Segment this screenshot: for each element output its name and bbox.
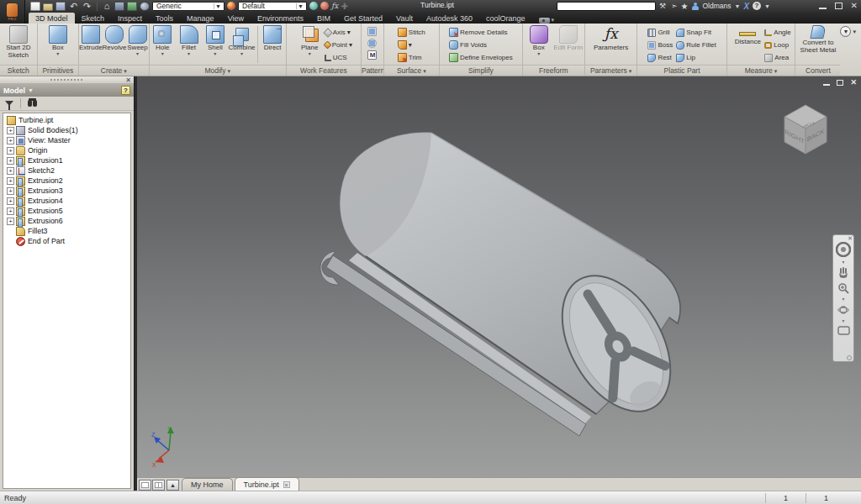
doc-tab-turbine[interactable]: Turbine.ipt ✕ [235, 477, 299, 491]
doc-tab-my-home[interactable]: My Home [182, 478, 233, 491]
new-file-icon[interactable] [30, 2, 40, 11]
expand-icon[interactable]: + [7, 187, 14, 195]
parameters-button[interactable]: Parameters [588, 24, 635, 52]
tile-windows-icon[interactable] [152, 480, 165, 491]
close-button[interactable]: ✕ [851, 1, 858, 11]
rule-fillet-button[interactable]: Rule Fillet [676, 39, 716, 50]
chevron-down-icon[interactable]: ▾ [842, 297, 844, 301]
tree-item-root[interactable]: Turbine.ipt [5, 115, 130, 125]
trim-button[interactable]: Trim [398, 52, 425, 63]
material-browser-icon[interactable] [140, 2, 150, 11]
panel-label-primitives[interactable]: Primitives [38, 65, 78, 76]
loop-button[interactable]: Loop [764, 39, 790, 50]
expand-tabs-icon[interactable]: ▲ [166, 480, 179, 491]
expand-icon[interactable]: + [7, 147, 14, 155]
rest-button[interactable]: Rest [647, 52, 673, 63]
clear-appearance-icon[interactable] [320, 2, 329, 10]
panel-label-convert[interactable]: Convert [795, 65, 840, 76]
panel-label-pattern[interactable]: Pattern [362, 65, 383, 76]
panel-label-parameters[interactable]: Parameters [585, 65, 637, 76]
search-help-icon[interactable] [659, 2, 668, 10]
tab-sketch[interactable]: Sketch [75, 13, 112, 24]
panel-label-measure[interactable]: Measure [727, 65, 795, 76]
chevron-down-icon[interactable]: ▼ [764, 2, 770, 11]
pan-hand-icon[interactable] [837, 267, 849, 279]
tree-item-solid-bodies[interactable]: + Solid Bodies(1) [5, 125, 130, 135]
sweep-button[interactable]: Sweep ▾ [127, 24, 149, 55]
appearance-sphere-icon[interactable] [227, 2, 235, 10]
home-icon[interactable]: ⌂ [102, 2, 112, 11]
navbar-close-icon[interactable]: ✕ [848, 235, 853, 242]
expand-icon[interactable]: + [7, 177, 14, 185]
tab-tools[interactable]: Tools [149, 13, 180, 24]
tab-environments[interactable]: Environments [251, 13, 310, 24]
shell-button[interactable]: Shell ▾ [202, 24, 228, 55]
circular-pattern-icon[interactable] [367, 39, 377, 48]
ribbon-collapse-control[interactable]: ▼ ▾ [840, 24, 861, 76]
panel-label-sketch[interactable]: Sketch [0, 65, 37, 76]
maximize-button[interactable] [835, 3, 843, 9]
revolve-button[interactable]: Revolve [103, 24, 127, 52]
expand-icon[interactable]: + [7, 157, 14, 165]
chevron-down-icon[interactable]: ▾ [842, 319, 844, 323]
freeform-box-button[interactable]: Box ▾ [524, 24, 553, 55]
chevron-down-icon[interactable]: ▼ [296, 3, 304, 9]
rectangular-pattern-icon[interactable] [367, 27, 377, 36]
sign-in-icon[interactable]: ➣ [671, 2, 678, 11]
browser-close-icon[interactable]: ✕ [125, 76, 131, 84]
tree-item-sketch2[interactable]: + Sketch2 [5, 165, 130, 176]
parameters-mini-icon[interactable]: ƒx [331, 2, 338, 10]
grill-button[interactable]: Grill [647, 27, 673, 38]
panel-label-work-features[interactable]: Work Features [287, 65, 361, 76]
stitch-button[interactable]: Stitch [398, 27, 425, 38]
navbar-menu-icon[interactable] [847, 355, 852, 360]
turbine-part-model[interactable] [137, 76, 861, 477]
doc-restore-button[interactable] [837, 80, 843, 86]
lip-button[interactable]: Lip [676, 52, 716, 63]
username-label[interactable]: Oldmans [702, 2, 731, 10]
point-button[interactable]: Point ▾ [325, 39, 352, 50]
sculpt-button[interactable]: ▾ [398, 39, 425, 50]
cascade-windows-icon[interactable] [139, 480, 151, 491]
fill-voids-button[interactable]: Fill Voids [449, 39, 513, 50]
expand-icon[interactable]: + [7, 127, 14, 134]
favorites-star-icon[interactable]: ★ [680, 2, 688, 11]
panel-label-modify[interactable]: Modify [150, 65, 286, 76]
screenshot-icon[interactable] [114, 2, 124, 11]
user-avatar-icon[interactable] [691, 3, 699, 10]
expand-icon[interactable]: + [7, 137, 14, 144]
inventor-logo[interactable]: PRO [0, 0, 25, 24]
tree-item-extrusion4[interactable]: + Extrusion4 [5, 196, 130, 206]
tab-get-started[interactable]: Get Started [337, 13, 389, 24]
tree-item-end-of-part[interactable]: End of Part [5, 236, 130, 246]
navigation-bar[interactable]: ✕ ▾ ▾ ▾ [832, 234, 854, 362]
mirror-icon[interactable] [367, 50, 377, 60]
tab-coolorange[interactable]: coolOrange [479, 13, 532, 24]
open-file-icon[interactable] [43, 3, 53, 11]
doc-tab-close-icon[interactable]: ✕ [283, 481, 290, 488]
view-cube[interactable]: TOP RIGHT BACK [774, 95, 837, 162]
start-2d-sketch-button[interactable]: Start 2D Sketch [0, 24, 37, 59]
tab-manage[interactable]: Manage [180, 13, 221, 24]
doc-minimize-button[interactable] [823, 84, 830, 86]
search-input[interactable] [557, 2, 656, 11]
panel-label-simplify[interactable]: Simplify [440, 65, 522, 76]
chevron-down-icon[interactable]: ▼ [214, 3, 222, 9]
undo-icon[interactable]: ↶ [68, 2, 79, 11]
chevron-down-icon[interactable]: ▾ [853, 29, 856, 35]
redo-icon[interactable]: ↷ [82, 2, 92, 11]
area-button[interactable]: Area [764, 52, 790, 63]
angle-button[interactable]: Angle [764, 27, 790, 38]
ucs-button[interactable]: UCS [325, 52, 352, 63]
define-envelopes-button[interactable]: Define Envelopes [449, 52, 513, 63]
filter-icon[interactable] [5, 101, 13, 106]
tree-item-extrusion3[interactable]: + Extrusion3 [5, 186, 130, 196]
fillet-button[interactable]: Fillet ▾ [176, 24, 202, 55]
tree-item-extrusion6[interactable]: + Extrusion6 [5, 216, 130, 226]
look-at-icon[interactable] [837, 326, 850, 335]
panel-label-plastic-part[interactable]: Plastic Part [637, 65, 726, 76]
chevron-down-icon[interactable]: ▾ [842, 260, 844, 264]
tree-item-origin[interactable]: + Origin [5, 145, 130, 155]
extrude-button[interactable]: Extrude [79, 24, 103, 52]
plane-button[interactable]: Plane ▾ [295, 24, 325, 55]
